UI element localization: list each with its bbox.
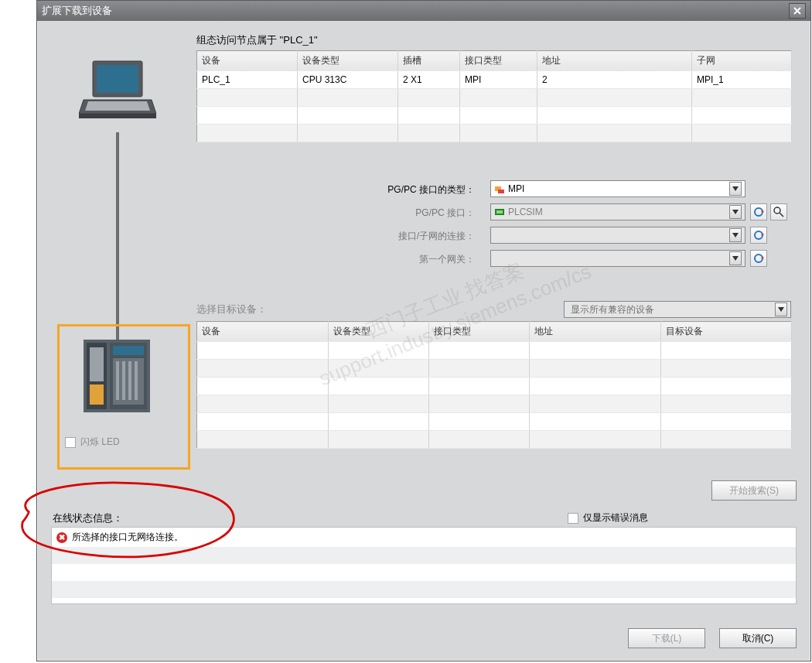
title-bar: 扩展下载到设备 <box>37 1 810 21</box>
th2-target: 目标设备 <box>661 322 792 342</box>
status-message: 所选择的接口无网络连接。 <box>72 531 183 544</box>
refresh-icon <box>753 207 764 217</box>
status-label: 在线状态信息： <box>53 511 123 525</box>
th2-type: 设备类型 <box>329 322 429 342</box>
gateway-dropdown <box>490 250 745 267</box>
th-type: 设备类型 <box>298 51 398 71</box>
flash-led-label: 闪烁 LED <box>80 436 120 449</box>
chevron-down-icon <box>775 302 787 316</box>
th2-addr: 地址 <box>530 322 661 342</box>
svg-rect-24 <box>90 347 104 381</box>
svg-rect-32 <box>135 361 138 400</box>
conn-label: 接口/子网的连接： <box>351 230 475 243</box>
chevron-down-icon <box>729 205 742 219</box>
status-list[interactable]: ✖ 所选择的接口无网络连接。 <box>51 527 797 604</box>
svg-marker-21 <box>778 307 784 312</box>
table-row: . <box>197 342 792 360</box>
svg-marker-18 <box>732 256 739 261</box>
compat-dropdown[interactable]: 显示所有兼容的设备 <box>564 301 791 318</box>
table-row: . <box>197 431 792 449</box>
conn-refresh-button[interactable] <box>750 227 767 244</box>
only-errors-label: 仅显示错误消息 <box>583 511 648 525</box>
chevron-down-icon <box>729 251 742 265</box>
dialog-body: 组态访问节点属于 "PLC_1" 设备 设备类型 插槽 接口类型 地址 子网 P… <box>42 24 806 656</box>
chevron-down-icon <box>729 228 742 242</box>
flash-led-checkbox[interactable] <box>65 437 76 448</box>
mpi-icon <box>494 183 505 194</box>
th-slot: 插槽 <box>398 51 460 71</box>
access-nodes-table[interactable]: 设备 设备类型 插槽 接口类型 地址 子网 PLC_1 CPU 313C 2 X… <box>196 50 792 142</box>
pgpc-if-dropdown[interactable]: PLCSIM <box>490 203 745 220</box>
flash-led-row: 闪烁 LED <box>65 436 120 449</box>
refresh-icon <box>753 253 764 264</box>
th-device: 设备 <box>197 51 298 71</box>
status-row <box>52 581 796 598</box>
th-addr: 地址 <box>537 51 692 71</box>
connection-line <box>116 132 119 349</box>
chevron-down-icon <box>729 182 742 196</box>
only-errors-row: 仅显示错误消息 <box>568 511 648 525</box>
table-row: . <box>197 378 792 395</box>
target-devices-table[interactable]: 设备 设备类型 接口类型 地址 目标设备 . . . . . . <box>196 321 792 449</box>
svg-rect-29 <box>116 361 119 400</box>
pgpc-type-value: MPI <box>505 183 729 194</box>
conn-dropdown <box>490 227 745 244</box>
th2-device: 设备 <box>197 322 329 342</box>
pgpc-type-dropdown[interactable]: MPI <box>490 180 745 197</box>
th2-iftype: 接口类型 <box>429 322 530 342</box>
svg-marker-15 <box>732 233 739 238</box>
svg-rect-1 <box>97 65 138 93</box>
svg-rect-25 <box>90 384 104 405</box>
status-row <box>52 547 796 564</box>
pgpc-type-label: PG/PC 接口的类型： <box>351 183 475 197</box>
svg-rect-9 <box>496 210 503 214</box>
refresh-interfaces-button[interactable] <box>750 203 767 220</box>
status-row <box>52 564 796 581</box>
svg-point-13 <box>774 207 780 214</box>
laptop-icon <box>79 56 156 126</box>
pgpc-if-value: PLCSIM <box>505 207 729 217</box>
pgpc-if-label: PG/PC 接口： <box>351 207 475 220</box>
table-row: . <box>197 360 792 378</box>
th-subnet: 子网 <box>692 51 792 71</box>
plc-device-icon <box>84 340 150 412</box>
svg-rect-30 <box>122 361 125 400</box>
refresh-icon <box>753 230 764 241</box>
svg-rect-6 <box>498 190 504 193</box>
svg-line-14 <box>780 213 783 217</box>
svg-marker-3 <box>85 101 150 111</box>
heading-label: 组态访问节点属于 "PLC_1" <box>196 33 318 47</box>
error-icon: ✖ <box>56 532 67 543</box>
download-button[interactable]: 下载(L) <box>628 628 705 648</box>
close-icon <box>793 7 801 15</box>
cancel-button[interactable]: 取消(C) <box>719 628 797 648</box>
gateway-label: 第一个网关： <box>351 253 475 266</box>
compat-value: 显示所有兼容的设备 <box>568 303 775 316</box>
dialog-title: 扩展下载到设备 <box>42 4 789 18</box>
download-dialog: 扩展下载到设备 组态访问节点属于 "PLC_1" 设备 设备类型 插槽 接口类型… <box>36 0 811 661</box>
status-row: ✖ 所选择的接口无网络连接。 <box>52 528 796 547</box>
table-row: . <box>197 89 792 107</box>
card-icon <box>494 207 505 217</box>
only-errors-checkbox[interactable] <box>568 513 578 524</box>
table-row: . <box>197 107 792 125</box>
table-row: . <box>197 125 792 142</box>
table-row: . <box>197 395 792 413</box>
th-iftype: 接口类型 <box>460 51 537 71</box>
table-row[interactable]: PLC_1 CPU 313C 2 X1 MPI 2 MPI_1 <box>197 71 792 89</box>
close-button[interactable] <box>789 3 806 19</box>
gateway-refresh-button[interactable] <box>750 250 767 267</box>
magnifier-icon <box>773 207 784 217</box>
svg-rect-27 <box>113 346 144 355</box>
svg-marker-7 <box>732 186 739 191</box>
svg-rect-31 <box>128 361 131 400</box>
select-target-label: 选择目标设备： <box>196 302 267 316</box>
start-search-button[interactable]: 开始搜索(S) <box>711 480 797 501</box>
svg-rect-4 <box>79 114 156 118</box>
svg-marker-10 <box>732 210 739 214</box>
table-row: . <box>197 413 792 431</box>
search-interfaces-button[interactable] <box>770 203 787 220</box>
